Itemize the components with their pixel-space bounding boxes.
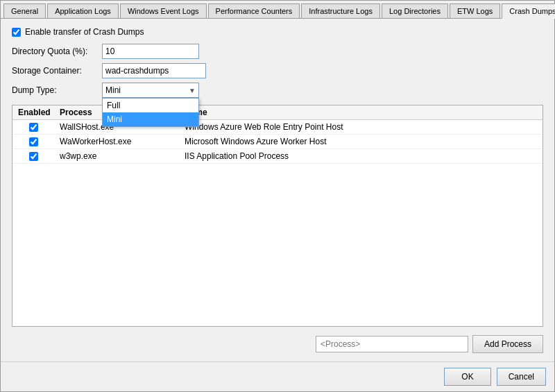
row2-checkbox[interactable] <box>29 137 38 146</box>
dropdown-arrow-icon: ▼ <box>189 87 196 94</box>
tab-general[interactable]: General <box>3 3 46 18</box>
process-table: Enabled Process Name WallSHost.exe Windo… <box>12 105 543 327</box>
content-area: Enable transfer of Crash Dumps Directory… <box>1 19 554 361</box>
storage-container-row: Storage Container: <box>12 63 543 78</box>
row3-name: IIS Application Pool Process <box>179 149 543 163</box>
form-area: Directory Quota (%): Storage Container: … <box>12 44 543 98</box>
col-header-enabled: Enabled <box>12 105 54 119</box>
tab-application-logs[interactable]: Application Logs <box>47 3 119 18</box>
dump-type-option-full[interactable]: Full <box>103 99 198 112</box>
cancel-button[interactable]: Cancel <box>497 368 546 386</box>
ok-button[interactable]: OK <box>444 368 490 386</box>
row1-enabled <box>12 121 54 134</box>
table-row: WallSHost.exe Windows Azure Web Role Ent… <box>12 120 543 135</box>
dump-type-dropdown[interactable]: Mini ▼ Full Mini <box>102 83 199 98</box>
table-row: w3wp.exe IIS Application Pool Process <box>12 149 543 164</box>
tab-log-directories[interactable]: Log Directories <box>382 3 448 18</box>
row1-name: Windows Azure Web Role Entry Point Host <box>179 120 543 134</box>
dump-type-row: Dump Type: Mini ▼ Full Mini <box>12 83 543 98</box>
directory-quota-input[interactable] <box>102 44 199 59</box>
tab-windows-event-logs[interactable]: Windows Event Logs <box>120 3 207 18</box>
row2-name: Microsoft Windows Azure Worker Host <box>179 135 543 148</box>
tab-crash-dumps[interactable]: Crash Dumps <box>502 3 555 19</box>
process-input[interactable] <box>316 336 468 352</box>
tab-infrastructure-logs[interactable]: Infrastructure Logs <box>301 3 380 18</box>
row2-enabled <box>12 135 54 148</box>
row3-checkbox[interactable] <box>29 152 38 161</box>
dump-type-option-mini[interactable]: Mini <box>103 112 198 126</box>
storage-container-input[interactable] <box>102 63 206 78</box>
dump-type-selected[interactable]: Mini ▼ <box>102 83 199 98</box>
bottom-row: Add Process <box>12 332 543 353</box>
row3-enabled <box>12 150 54 163</box>
col-header-name: Name <box>179 105 543 119</box>
tab-bar: General Application Logs Windows Event L… <box>1 1 554 19</box>
enable-row: Enable transfer of Crash Dumps <box>12 27 543 37</box>
enable-label: Enable transfer of Crash Dumps <box>25 27 144 37</box>
dialog-footer: OK Cancel <box>1 361 554 391</box>
table-row: WaWorkerHost.exe Microsoft Windows Azure… <box>12 135 543 149</box>
dialog: General Application Logs Windows Event L… <box>0 0 555 392</box>
storage-container-label: Storage Container: <box>12 66 102 76</box>
row1-checkbox[interactable] <box>29 123 38 132</box>
row3-process: w3wp.exe <box>54 149 179 163</box>
dump-type-label: Dump Type: <box>12 85 102 95</box>
enable-checkbox[interactable] <box>12 28 21 37</box>
add-process-button[interactable]: Add Process <box>472 335 543 353</box>
tab-performance-counters[interactable]: Performance Counters <box>208 3 300 18</box>
directory-quota-label: Directory Quota (%): <box>12 46 102 56</box>
tab-etw-logs[interactable]: ETW Logs <box>450 3 500 18</box>
directory-quota-row: Directory Quota (%): <box>12 44 543 59</box>
table-header: Enabled Process Name <box>12 105 543 120</box>
row2-process: WaWorkerHost.exe <box>54 135 179 148</box>
dump-type-options-list: Full Mini <box>102 98 199 127</box>
